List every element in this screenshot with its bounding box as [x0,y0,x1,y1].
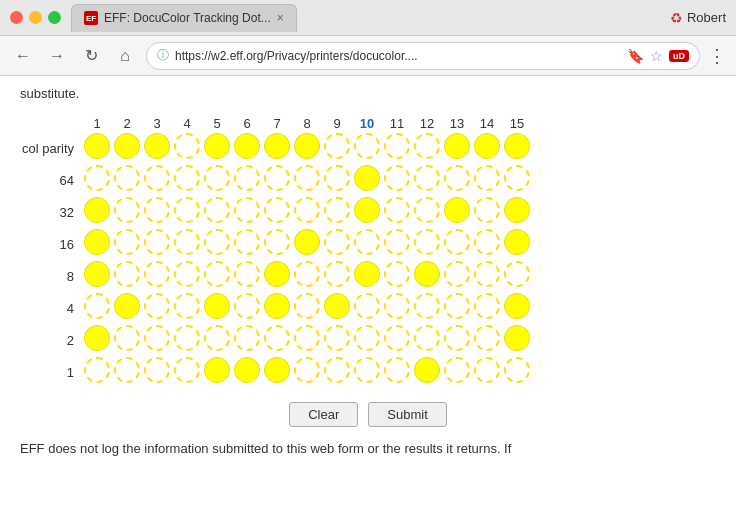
dot-cell[interactable] [442,164,472,196]
dot-cell[interactable] [292,164,322,196]
submit-button[interactable]: Submit [368,402,446,427]
dot-cell[interactable] [112,228,142,260]
dot-cell[interactable] [322,356,352,388]
dot-cell[interactable] [472,324,502,356]
dot-cell[interactable] [502,228,532,260]
dot-cell[interactable] [292,196,322,228]
dot-cell[interactable] [502,132,532,164]
dot-cell[interactable] [202,132,232,164]
dot-cell[interactable] [82,260,112,292]
dot-cell[interactable] [172,292,202,324]
dot-cell[interactable] [232,196,262,228]
maximize-button[interactable] [48,11,61,24]
dot-cell[interactable] [352,164,382,196]
dot-cell[interactable] [442,132,472,164]
dot-cell[interactable] [352,356,382,388]
dot-cell[interactable] [292,132,322,164]
dot-cell[interactable] [262,356,292,388]
dot-cell[interactable] [322,260,352,292]
dot-cell[interactable] [502,260,532,292]
bookmark-icon[interactable]: 🔖 [627,48,644,64]
dot-cell[interactable] [142,132,172,164]
dot-cell[interactable] [112,356,142,388]
dot-cell[interactable] [292,356,322,388]
dot-cell[interactable] [322,164,352,196]
dot-cell[interactable] [262,292,292,324]
tab-close-icon[interactable]: × [277,11,284,25]
dot-cell[interactable] [142,260,172,292]
dot-cell[interactable] [352,228,382,260]
dot-cell[interactable] [82,292,112,324]
dot-cell[interactable] [502,292,532,324]
dot-cell[interactable] [232,164,262,196]
dot-cell[interactable] [412,196,442,228]
dot-cell[interactable] [412,228,442,260]
dot-cell[interactable] [142,356,172,388]
browser-tab[interactable]: EF EFF: DocuColor Tracking Dot... × [71,4,297,32]
dot-cell[interactable] [232,260,262,292]
dot-cell[interactable] [262,260,292,292]
dot-cell[interactable] [382,324,412,356]
dot-cell[interactable] [172,196,202,228]
home-button[interactable]: ⌂ [112,43,138,69]
dot-cell[interactable] [232,356,262,388]
dot-cell[interactable] [112,196,142,228]
dot-cell[interactable] [112,164,142,196]
dot-cell[interactable] [502,324,532,356]
dot-cell[interactable] [382,228,412,260]
dot-cell[interactable] [202,324,232,356]
dot-cell[interactable] [202,196,232,228]
dot-cell[interactable] [172,164,202,196]
ud-badge[interactable]: uD [669,50,689,62]
dot-cell[interactable] [502,164,532,196]
dot-cell[interactable] [112,324,142,356]
dot-cell[interactable] [142,164,172,196]
dot-cell[interactable] [142,196,172,228]
dot-cell[interactable] [472,164,502,196]
dot-cell[interactable] [412,324,442,356]
dot-cell[interactable] [112,132,142,164]
dot-cell[interactable] [412,260,442,292]
dot-cell[interactable] [112,292,142,324]
dot-cell[interactable] [82,164,112,196]
dot-cell[interactable] [382,260,412,292]
dot-cell[interactable] [472,132,502,164]
close-button[interactable] [10,11,23,24]
menu-button[interactable]: ⋮ [708,45,726,67]
clear-button[interactable]: Clear [289,402,358,427]
forward-button[interactable]: → [44,43,70,69]
dot-cell[interactable] [292,228,322,260]
dot-cell[interactable] [262,164,292,196]
dot-cell[interactable] [202,164,232,196]
address-bar[interactable]: ⓘ https://w2.eff.org/Privacy/printers/do… [146,42,700,70]
refresh-button[interactable]: ↻ [78,43,104,69]
dot-cell[interactable] [82,356,112,388]
dot-cell[interactable] [472,228,502,260]
dot-cell[interactable] [322,292,352,324]
dot-cell[interactable] [292,324,322,356]
dot-cell[interactable] [472,292,502,324]
dot-cell[interactable] [352,260,382,292]
dot-cell[interactable] [412,132,442,164]
dot-cell[interactable] [112,260,142,292]
dot-cell[interactable] [502,356,532,388]
dot-cell[interactable] [82,228,112,260]
dot-cell[interactable] [442,292,472,324]
dot-cell[interactable] [382,356,412,388]
dot-cell[interactable] [382,164,412,196]
dot-cell[interactable] [172,228,202,260]
dot-cell[interactable] [262,324,292,356]
dot-cell[interactable] [412,164,442,196]
minimize-button[interactable] [29,11,42,24]
dot-cell[interactable] [82,132,112,164]
dot-cell[interactable] [142,292,172,324]
dot-cell[interactable] [472,356,502,388]
dot-cell[interactable] [442,196,472,228]
dot-cell[interactable] [472,196,502,228]
dot-cell[interactable] [232,132,262,164]
dot-cell[interactable] [262,196,292,228]
dot-cell[interactable] [352,292,382,324]
dot-cell[interactable] [472,260,502,292]
dot-cell[interactable] [232,324,262,356]
dot-cell[interactable] [412,292,442,324]
